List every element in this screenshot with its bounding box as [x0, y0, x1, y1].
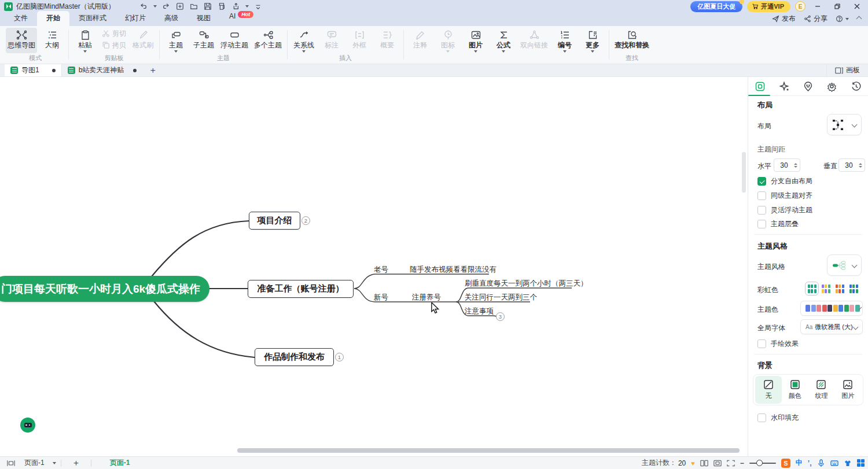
tab-sticker-panel[interactable] — [796, 81, 820, 92]
ime-toolbox-icon[interactable] — [857, 459, 865, 467]
publish-button[interactable]: 发布 — [772, 14, 796, 24]
mindmap-mode-button[interactable]: 思维导图 — [6, 28, 37, 53]
presentation-icon[interactable] — [7, 460, 15, 467]
new-document-icon[interactable] — [176, 2, 185, 11]
bidirectional-link-button[interactable]: 双向链接 — [518, 28, 550, 53]
bg-option-none[interactable]: 无 — [755, 376, 782, 404]
restore-button[interactable] — [830, 1, 845, 12]
vertical-scrollbar[interactable] — [742, 152, 746, 193]
tab-page-style[interactable]: 页面样式 — [69, 11, 116, 26]
share-button[interactable]: 分享 — [804, 14, 827, 24]
minimize-button[interactable] — [810, 1, 825, 12]
user-avatar[interactable]: E — [795, 1, 806, 12]
node-sub3[interactable]: 注意事项 — [465, 306, 494, 316]
numbering-button[interactable]: 编号 — [552, 28, 578, 53]
zoom-slider[interactable] — [749, 463, 776, 464]
central-topic-node[interactable]: 门项目每天听歌一小时月入6k傻瓜式操作 — [0, 276, 209, 302]
branch-node-publish[interactable]: 作品制作和发布 — [255, 348, 334, 366]
horizontal-spacing-stepper[interactable]: 30 — [774, 158, 800, 172]
boundary-button[interactable]: 外框 — [347, 28, 372, 53]
add-page-button[interactable]: ＋ — [66, 457, 86, 468]
node-new-account[interactable]: 新号 — [374, 293, 388, 302]
topic-button[interactable]: 主题 — [163, 28, 189, 53]
multi-topic-button[interactable]: 多个主题 — [252, 28, 284, 53]
collapse-badge-1[interactable]: 1 — [335, 353, 344, 361]
find-replace-button[interactable]: 查找和替换 — [613, 28, 651, 53]
tab-theme-panel[interactable] — [820, 81, 844, 92]
page-tab-active[interactable]: 页面-1 — [110, 458, 130, 468]
rainbow-option-warm[interactable] — [834, 283, 845, 294]
split-view-icon[interactable] — [700, 460, 708, 467]
checkbox-topic-overlap[interactable]: 主题层叠 — [757, 219, 799, 229]
ime-punctuation-icon[interactable]: ’, — [808, 459, 812, 467]
bg-option-color[interactable]: 颜色 — [782, 376, 808, 404]
tab-layout-panel[interactable] — [748, 81, 772, 92]
horizontal-scrollbar[interactable] — [237, 448, 740, 453]
collapse-badge-3[interactable]: 3 — [496, 312, 505, 321]
floating-topic-button[interactable]: 浮动主题 — [219, 28, 250, 53]
save-icon[interactable] — [204, 2, 212, 11]
undo-icon[interactable] — [139, 2, 148, 11]
rainbow-option-cool[interactable] — [848, 283, 859, 294]
ime-mic-icon[interactable] — [817, 459, 825, 467]
summary-button[interactable]: 概要 — [374, 28, 400, 53]
vertical-spacing-stepper[interactable]: 30 — [838, 158, 865, 172]
formula-button[interactable]: 公式 — [491, 28, 516, 53]
branch-node-prep[interactable]: 准备工作（账号注册） — [248, 280, 354, 298]
checkbox-free-branch-layout[interactable]: 分支自由布局 — [757, 176, 812, 186]
tab-advanced[interactable]: 高级 — [155, 11, 187, 26]
tab-slides[interactable]: 幻灯片 — [116, 11, 155, 26]
subtopic-button[interactable]: 子主题 — [191, 28, 216, 53]
outline-mode-button[interactable]: 大纲 — [39, 28, 65, 53]
new-doc-tab-button[interactable]: ＋ — [142, 65, 163, 76]
checkbox-watermark[interactable]: 水印填充 — [757, 413, 799, 423]
doc-tab-bilibili[interactable]: b站卖天涯神贴 — [62, 64, 143, 76]
collapse-badge-2[interactable]: 2 — [301, 216, 310, 225]
bg-option-texture[interactable]: 纹理 — [808, 376, 835, 404]
fit-window-icon[interactable] — [713, 460, 722, 467]
rainbow-option-pastel[interactable] — [820, 283, 832, 294]
node-old-account-note[interactable]: 随手发布视频看看限流没有 — [410, 265, 496, 275]
bg-option-image[interactable]: 图片 — [834, 376, 861, 404]
callout-button[interactable]: 标注 — [319, 28, 344, 53]
ime-skin-icon[interactable] — [844, 459, 852, 467]
fullscreen-icon[interactable] — [727, 460, 735, 467]
copy-button[interactable]: 拷贝 — [100, 40, 128, 50]
summer-promo-badge[interactable]: 亿图夏日大促 — [690, 1, 742, 12]
doc-tab-map1[interactable]: 导图1 — [5, 64, 62, 76]
paste-button[interactable]: 粘贴 — [72, 28, 98, 53]
theme-color-dropdown[interactable] — [800, 301, 863, 316]
tab-ai-beautify-panel[interactable] — [772, 81, 796, 92]
format-painter-button[interactable]: 格式刷 — [130, 28, 156, 53]
sogou-ime-icon[interactable]: S — [781, 459, 790, 468]
help-button[interactable] — [836, 15, 849, 23]
theme-style-dropdown[interactable] — [827, 254, 862, 276]
insert-icon-button[interactable]: 图标 — [435, 28, 461, 53]
global-font-dropdown[interactable]: Aa 微软雅黑 (大) — [800, 319, 863, 334]
ime-keyboard-icon[interactable] — [830, 459, 838, 467]
picture-button[interactable]: 图片 — [463, 28, 488, 53]
more-button[interactable]: 更多 — [580, 28, 605, 53]
rainbow-option-mono[interactable] — [806, 283, 818, 294]
zoom-out-button[interactable]: − — [740, 459, 744, 467]
node-old-account[interactable]: 老号 — [374, 265, 388, 275]
open-file-icon[interactable] — [190, 2, 198, 11]
ime-chinese-mode-icon[interactable]: 中 — [796, 458, 803, 468]
comment-button[interactable]: 注释 — [407, 28, 433, 53]
checkbox-sibling-align[interactable]: 同级主题对齐 — [757, 191, 812, 201]
mindmap-canvas[interactable]: 门项目每天听歌一小时月入6k傻瓜式操作 项目介绍 2 准备工作（账号注册） 老号… — [0, 77, 748, 457]
node-sub1[interactable]: 刷垂直度每天一到两个小时（两三天） — [465, 279, 588, 289]
collapse-ribbon-icon[interactable] — [856, 16, 862, 22]
redo-icon[interactable] — [162, 2, 171, 11]
undo-dropdown-icon[interactable] — [153, 5, 157, 8]
tab-home[interactable]: 开始 — [37, 11, 69, 26]
canvas-board-button[interactable]: 画板 — [826, 64, 868, 76]
ai-assistant-button[interactable] — [20, 418, 35, 433]
checkbox-hand-drawn[interactable]: 手绘效果 — [757, 339, 799, 349]
node-sub2[interactable]: 关注同行一天两到三个 — [465, 293, 537, 302]
close-button[interactable] — [849, 1, 865, 12]
tab-ai[interactable]: AI Hot — [220, 8, 257, 26]
tab-file[interactable]: 文件 — [5, 11, 37, 26]
checkbox-flexible-floating[interactable]: 灵活浮动主题 — [757, 205, 812, 215]
tab-history-panel[interactable] — [844, 81, 868, 92]
